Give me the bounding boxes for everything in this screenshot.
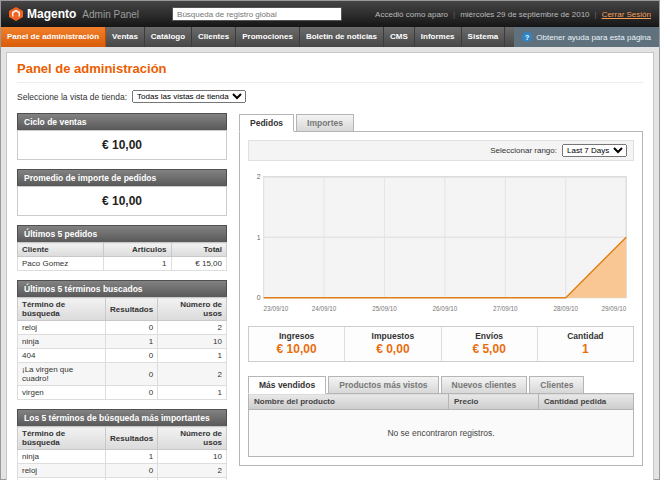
tab-clientes[interactable]: Clientes (529, 376, 584, 394)
logo-subtitle: Admin Panel (82, 9, 139, 20)
orders-chart-svg: 01223/09/1024/09/1025/09/1026/09/1027/09… (248, 169, 634, 317)
total-label: Impuestos (345, 331, 440, 341)
table-row: ¡La virgen que cuadro!02 (18, 363, 227, 386)
svg-text:24/09/10: 24/09/10 (312, 305, 337, 312)
table-cell: 0 (106, 363, 158, 386)
nav-item-panel-de-administracion[interactable]: Panel de administración (1, 27, 106, 47)
table-cell: 0 (106, 464, 158, 478)
table-cell: ninja (18, 335, 106, 349)
chart-toolbar: Seleccionar rango: Last 7 Days (248, 140, 634, 161)
nav-item-sistema[interactable]: Sistema (462, 27, 506, 47)
user-info: Accedió como aparo | miércoles 29 de sep… (375, 10, 651, 19)
main-nav: Panel de administraciónVentasCatálogoCli… (1, 27, 659, 47)
table-row: reloj02 (18, 321, 227, 335)
nav-item-cms[interactable]: CMS (384, 27, 415, 47)
nav-item-ventas[interactable]: Ventas (106, 27, 145, 47)
column-header: Precio (449, 394, 539, 410)
table-header-row: Nombre del productoPrecioCantidad pedida (249, 394, 634, 410)
svg-text:23/09/10: 23/09/10 (264, 305, 289, 312)
nav-item-catalogo[interactable]: Catálogo (145, 27, 192, 47)
table-row: virgen01 (18, 386, 227, 400)
table-row: ninja110 (18, 335, 227, 349)
table-cell: ninja (18, 450, 106, 464)
store-view-select[interactable]: Todas las vistas de tienda (132, 90, 246, 103)
dashboard-main-column: PedidosImportes Seleccionar rango: Last … (239, 113, 643, 466)
total-value: 1 (538, 342, 633, 356)
logged-in-as: Accedió como aparo (375, 10, 448, 19)
last-orders-table: ClienteArtículosTotal Paco Gomez1€ 15,00 (17, 242, 227, 271)
logo-text: Magento (27, 7, 76, 21)
total-tax: Impuestos € 0,00 (345, 327, 441, 361)
column-header: Número de usos (158, 298, 227, 321)
separator: | (453, 10, 455, 19)
panel-title: Los 5 términos de búsqueda más important… (17, 409, 227, 426)
logout-link[interactable]: Cerrar Sesión (602, 10, 651, 19)
page-help-link[interactable]: ? Obtener ayuda para esta página (514, 27, 659, 47)
page-title: Panel de administración (17, 61, 643, 83)
tab-importes[interactable]: Importes (296, 114, 354, 132)
nav-item-informes[interactable]: Informes (415, 27, 462, 47)
last-search-terms-table: Término de búsquedaResultadosNúmero de u… (17, 297, 227, 400)
table-cell: 1 (158, 349, 227, 363)
dashboard-left-column: Ciclo de ventas € 10,00 Promedio de impo… (17, 113, 227, 480)
column-header: Cliente (18, 243, 104, 257)
nav-item-promociones[interactable]: Promociones (236, 27, 300, 47)
table-cell: 10 (158, 450, 227, 464)
last-search-terms-panel: Últimos 5 términos buscados Término de b… (17, 280, 227, 400)
dashboard-totals: Ingresos € 10,00 Impuestos € 0,00 Envíos… (248, 326, 634, 362)
top-search-terms-panel: Los 5 términos de búsqueda más important… (17, 409, 227, 480)
svg-text:26/09/10: 26/09/10 (433, 305, 458, 312)
column-header: Total (171, 243, 226, 257)
table-cell: 0 (106, 386, 158, 400)
average-orders-panel: Promedio de importe de pedidos € 10,00 (17, 169, 227, 216)
total-revenue: Ingresos € 10,00 (249, 327, 345, 361)
separator: | (595, 10, 597, 19)
range-select[interactable]: Last 7 Days (562, 144, 627, 157)
column-header: Nombre del producto (249, 394, 449, 410)
dashboard-box: Seleccionar rango: Last 7 Days 01223/09/… (239, 131, 643, 466)
column-header: Término de búsqueda (18, 427, 106, 450)
table-cell: 0 (106, 349, 158, 363)
total-value: € 5,00 (442, 342, 537, 356)
top-search-terms-table: Término de búsquedaResultadosNúmero de u… (17, 426, 227, 480)
total-value: € 10,00 (249, 342, 344, 356)
table-cell: reloj (18, 321, 106, 335)
svg-text:28/09/10: 28/09/10 (553, 305, 578, 312)
store-switcher: Seleccione la vista de tienda: Todas las… (17, 90, 643, 103)
tab-mas-vendidos[interactable]: Más vendidos (248, 376, 326, 394)
column-header: Resultados (106, 427, 158, 450)
tab-nuevos-clientes[interactable]: Nuevos clientes (441, 376, 528, 394)
column-header: Número de usos (158, 427, 227, 450)
column-header: Término de búsqueda (18, 298, 106, 321)
table-header-row: ClienteArtículosTotal (18, 243, 227, 257)
table-row: Paco Gomez1€ 15,00 (18, 257, 227, 271)
total-quantity: Cantidad 1 (538, 327, 633, 361)
global-search-input[interactable] (172, 7, 342, 21)
table-cell: 10 (158, 335, 227, 349)
table-row: ninja110 (18, 450, 227, 464)
nav-item-boletin-de-noticias[interactable]: Boletín de noticias (300, 27, 384, 47)
table-cell: 1 (103, 257, 171, 271)
panel-title: Ciclo de ventas (17, 113, 227, 130)
total-shipping: Envíos € 5,00 (442, 327, 538, 361)
tab-pedidos[interactable]: Pedidos (239, 114, 294, 132)
help-icon: ? (522, 32, 532, 42)
svg-text:1: 1 (257, 234, 261, 241)
svg-text:29/09/10: 29/09/10 (602, 305, 627, 312)
total-label: Ingresos (249, 331, 344, 341)
total-value: € 0,00 (345, 342, 440, 356)
empty-records-message: No se encontraron registros. (248, 410, 634, 457)
column-header: Artículos (103, 243, 171, 257)
nav-item-clientes[interactable]: Clientes (192, 27, 236, 47)
lifetime-sales-value: € 10,00 (17, 130, 227, 160)
tab-productos-mas-vistos[interactable]: Productos más vistos (328, 376, 438, 394)
products-table: Nombre del productoPrecioCantidad pedida (248, 393, 634, 410)
magento-logo-icon (9, 7, 23, 21)
svg-text:0: 0 (257, 294, 261, 301)
magento-logo: Magento Admin Panel (9, 7, 139, 21)
table-cell: ¡La virgen que cuadro! (18, 363, 106, 386)
table-cell: 1 (158, 386, 227, 400)
total-label: Cantidad (538, 331, 633, 341)
panel-title: Últimos 5 pedidos (17, 225, 227, 242)
table-cell: 1 (106, 335, 158, 349)
